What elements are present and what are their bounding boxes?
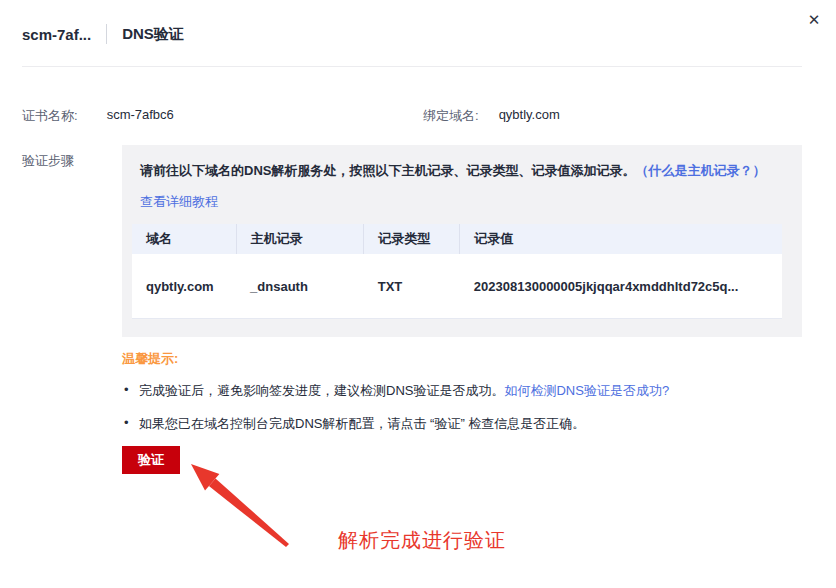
annotation-text: 解析完成进行验证 (338, 527, 506, 554)
dns-instruction: 请前往以下域名的DNS解析服务处，按照以下主机记录、记录类型、记录值添加记录。（… (140, 162, 782, 180)
cell-host-record: _dnsauth (236, 254, 364, 319)
table-row: qybtly.com _dnsauth TXT 202308130000005j… (132, 254, 782, 319)
header-divider (22, 66, 802, 67)
column-header-host-record: 主机记录 (236, 224, 364, 254)
dns-instruction-text: 请前往以下域名的DNS解析服务处，按照以下主机记录、记录类型、记录值添加记录。 (140, 163, 635, 178)
what-is-host-record-link[interactable]: （什么是主机记录？） (635, 163, 765, 178)
cell-record-value: 202308130000005jkjqqar4xmddhltd72c5q... (460, 254, 782, 319)
title-divider (106, 24, 107, 44)
dns-record-table-header: 域名 主机记录 记录类型 记录值 (132, 224, 782, 254)
verify-button[interactable]: 验证 (122, 446, 180, 474)
column-header-domain: 域名 (132, 224, 236, 254)
view-tutorial-link[interactable]: 查看详细教程 (140, 193, 218, 211)
tips-list: 完成验证后，避免影响签发进度，建议检测DNS验证是否成功。如何检测DNS验证是否… (122, 382, 802, 433)
cell-record-type: TXT (364, 254, 460, 319)
dns-record-table: 域名 主机记录 记录类型 记录值 qybtly.com _dnsauth TXT… (132, 224, 782, 319)
dialog-title: DNS验证 (122, 25, 184, 44)
close-icon[interactable]: ✕ (804, 10, 824, 30)
tip-text: 完成验证后，避免影响签发进度，建议检测DNS验证是否成功。 (139, 383, 504, 398)
tips-section: 温馨提示: 完成验证后，避免影响签发进度，建议检测DNS验证是否成功。如何检测D… (122, 350, 802, 448)
cert-name-label: 证书名称: (22, 107, 78, 125)
verification-steps-panel: 请前往以下域名的DNS解析服务处，按照以下主机记录、记录类型、记录值添加记录。（… (122, 145, 802, 337)
bound-domain-label: 绑定域名: (423, 107, 479, 125)
column-header-record-type: 记录类型 (364, 224, 460, 254)
cert-name-value: scm-7afbc6 (107, 107, 174, 125)
bound-domain-value: qybtly.com (499, 107, 560, 125)
verify-steps-label: 验证步骤 (22, 152, 74, 170)
dialog-title-cert-name: scm-7af... (22, 26, 91, 43)
list-item: 如果您已在域名控制台完成DNS解析配置，请点击 “验证” 检查信息是否正确。 (122, 415, 802, 433)
cert-name-field: 证书名称: scm-7afbc6 (22, 107, 174, 125)
column-header-record-value: 记录值 (460, 224, 782, 254)
bound-domain-field: 绑定域名: qybtly.com (423, 107, 560, 125)
tip-text: 如果您已在域名控制台完成DNS解析配置，请点击 “验证” 检查信息是否正确。 (139, 416, 585, 431)
annotation-arrow-icon (183, 460, 301, 558)
list-item: 完成验证后，避免影响签发进度，建议检测DNS验证是否成功。如何检测DNS验证是否… (122, 382, 802, 400)
tips-title: 温馨提示: (122, 350, 802, 368)
cell-domain: qybtly.com (132, 254, 236, 319)
how-to-check-dns-link[interactable]: 如何检测DNS验证是否成功? (504, 383, 669, 398)
dialog-titlebar: scm-7af... DNS验证 (22, 24, 184, 44)
